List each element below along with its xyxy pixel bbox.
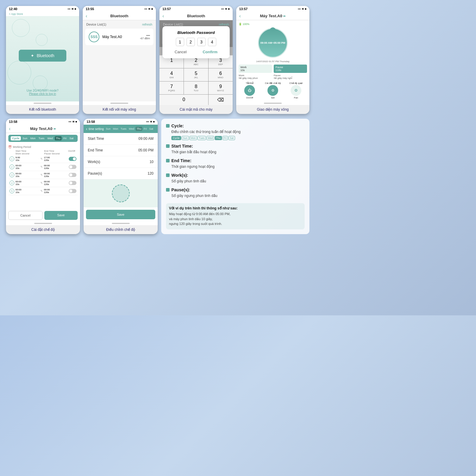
edit-icon-r1[interactable]: ✎ [40, 157, 43, 160]
bluetooth-button[interactable]: ✦ Bluetooth [19, 50, 66, 62]
key-5[interactable]: 5JKL [184, 68, 208, 81]
key-6[interactable]: 6MNO [209, 68, 233, 81]
fan-sublabel: Fan [285, 96, 307, 99]
screen6-body: Start Time 09:00 AM End Time 05:00 PM Wo… [84, 133, 158, 222]
edit-icon-r3[interactable]: ✎ [40, 173, 43, 176]
ts-row-end[interactable]: End Time 05:00 PM [84, 145, 158, 156]
fan-col: Chế độ quạt ❂ Fan [285, 82, 307, 99]
signal2-icon: ▪▪▪ [144, 7, 147, 10]
screen1-body: ✦ Bluetooth Use 2G/4G/WIFI mode? Please … [6, 16, 79, 101]
back-arrow-2[interactable]: ‹ [86, 13, 87, 19]
day-sat[interactable]: Sat [68, 136, 75, 140]
ts-days: Sun Mon Tues Wed Thu Fri Sat [105, 127, 154, 131]
ts-day-thu[interactable]: Thu [136, 127, 142, 131]
ts-day-sat[interactable]: Sat [148, 127, 154, 131]
screen2-caption: Kết nối với máy xông [83, 105, 156, 114]
toggle-3[interactable] [69, 173, 76, 177]
pwd-box-2[interactable]: 2 [187, 38, 195, 46]
screen4-title: Máy Test.A0 ✏ [260, 14, 286, 18]
cycle-tag[interactable]: Cycle [11, 136, 21, 140]
screen3-icons: ▪▪▪ ≋ ■ [221, 7, 230, 10]
ts-work-value: 10 [150, 160, 154, 164]
s6-save-btn[interactable]: Save [86, 210, 155, 219]
back-arrow-5[interactable]: ‹ [9, 126, 10, 131]
click-to-login[interactable]: Please click to log in [26, 92, 58, 95]
edit-icon-r4[interactable]: ✎ [40, 181, 43, 184]
ts-day-fri[interactable]: Fri [143, 127, 148, 131]
day-wed[interactable]: Wed [46, 136, 54, 140]
screen5-icons: ▪▪▪ ≋ ■ [68, 120, 77, 123]
key-9[interactable]: 9WXYZ [209, 82, 233, 94]
edit-icon-r2[interactable]: ✎ [40, 165, 43, 168]
pwd-box-4[interactable]: 4 [208, 38, 216, 46]
s5-cancel-btn[interactable]: Cancel [8, 211, 43, 220]
cancel-btn[interactable]: Cancel [175, 50, 187, 54]
day-mon[interactable]: Mon [29, 136, 37, 140]
edit-icon-5[interactable]: ✏ [54, 127, 56, 131]
back-arrow-3[interactable]: ‹ [162, 13, 164, 19]
key-8[interactable]: 8TUV [184, 82, 208, 94]
demo-thu: Thu [215, 136, 222, 140]
signal-bars: ▪▪▪▪ [140, 34, 150, 37]
day-thu[interactable]: Thu [55, 136, 62, 140]
screen6-frame: 13:58 ▪▪▪ ≋ ■ ‹ time setting Sun Mon Tue… [84, 119, 158, 234]
refresh-btn[interactable]: refresh [142, 23, 152, 26]
onoff-button[interactable]: ⏻ [244, 85, 255, 96]
pause-label-info: Pause(s): [166, 187, 305, 192]
cycle-label: Cycle: [166, 123, 305, 128]
pause-desc-col: Pause: Số giây máy nghỉ [274, 74, 307, 79]
screen1-frame: 12:40 ▪▪▪ ≋ ■ < App Store ✦ [6, 6, 79, 114]
toggle-5[interactable] [69, 189, 76, 193]
screen3-refresh[interactable]: refresh [219, 23, 229, 26]
pwd-box-3[interactable]: 3 [197, 38, 206, 46]
device-item[interactable]: SSS Máy Test.A0 ▪▪▪▪ -67 dBm [85, 29, 154, 45]
control-buttons: Tắt/Mở ⏻ On/Off Cài đặt chế độ ⚙ Set Chế… [239, 82, 307, 99]
day-tues[interactable]: Tues [37, 136, 46, 140]
key-backspace[interactable]: ⌫ [209, 95, 233, 105]
fan-button[interactable]: ❂ [291, 85, 301, 96]
ts-day-tues[interactable]: Tues [120, 127, 127, 131]
toggle-1[interactable] [69, 157, 76, 161]
ts-row-pause[interactable]: Pause(s) 120 [84, 168, 158, 179]
wifi4-icon: ≋ [302, 7, 304, 10]
battery3-icon: ■ [228, 7, 230, 10]
ts-day-mon[interactable]: Mon [112, 127, 119, 131]
header-toggle: On/Off [68, 150, 76, 155]
ts-pause-value: 120 [148, 171, 154, 176]
period-row-4: 4 00:0010s ✎ 00:00120s [8, 179, 78, 187]
s5-save-btn[interactable]: Save [44, 211, 78, 220]
toggle-2[interactable] [69, 165, 76, 169]
pause-label: Pause [275, 66, 305, 69]
ts-row-start[interactable]: Start Time 09:00 AM [84, 133, 158, 145]
key-7[interactable]: 7PQRS [159, 82, 184, 94]
key-0[interactable]: 0 [159, 95, 208, 105]
demo-cycle-tag: Cycle [171, 136, 181, 140]
home-indicator-2 [110, 103, 128, 104]
confirm-btn[interactable]: Confirm [203, 50, 217, 54]
set-button[interactable]: ⚙ [267, 85, 278, 96]
ts-day-sun[interactable]: Sun [105, 127, 112, 131]
wifi2-icon: ≋ [148, 7, 151, 10]
edit-icon[interactable]: ✏ [283, 15, 286, 18]
key-4[interactable]: 4GHI [159, 68, 184, 81]
edit-icon-r5[interactable]: ✎ [40, 190, 43, 192]
onoff-col: Tắt/Mở ⏻ On/Off [239, 82, 261, 99]
day-fri[interactable]: Fri [62, 136, 68, 140]
work-val: 10s [240, 69, 270, 72]
screen2: 13:55 ▪▪▪ ≋ ■ ‹ Bluetooth Device List(1)… [83, 6, 156, 105]
wifi6-icon: ≋ [150, 120, 152, 123]
work-label: Work [240, 66, 270, 69]
app-store-link[interactable]: < App Store [6, 12, 79, 16]
signal5-icon: ▪▪▪ [68, 120, 71, 123]
onoff-sublabel: On/Off [239, 96, 261, 99]
ts-day-wed[interactable]: Wed [128, 127, 135, 131]
pwd-box-1[interactable]: 1 [176, 38, 184, 46]
toggle-4[interactable] [69, 181, 76, 185]
row5-end: 00:00120s [44, 188, 68, 194]
day-sun[interactable]: Sun [21, 136, 29, 140]
ts-row-work[interactable]: Work(s) 10 [84, 156, 158, 168]
back-arrow-4[interactable]: ‹ [239, 13, 241, 19]
screen2-body: Device List(1) refresh SSS Máy Test.A0 ▪… [83, 20, 156, 101]
work-label-row: Work: Số giây máy phun Pause: Số giây má… [239, 74, 307, 79]
ts-back-btn[interactable]: ‹ [86, 126, 87, 131]
